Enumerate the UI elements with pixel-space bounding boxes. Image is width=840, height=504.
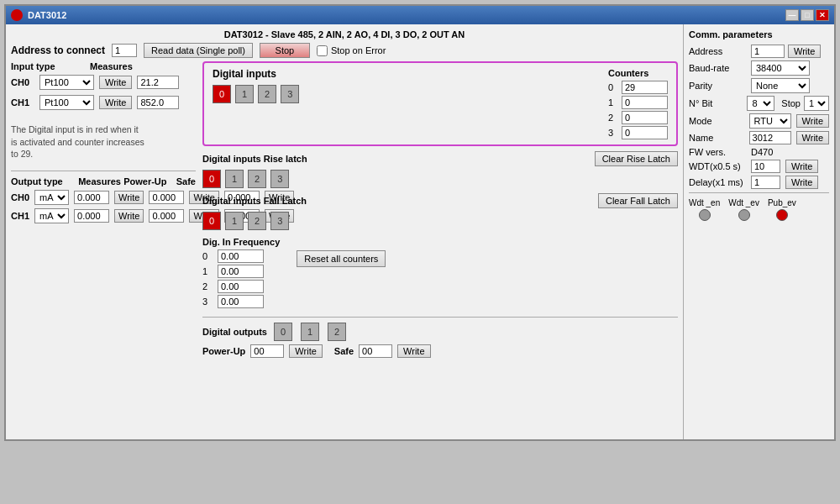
freq-3-value[interactable] xyxy=(218,295,264,308)
digital-input-btn-3[interactable]: 3 xyxy=(281,85,299,103)
output-ch1-powerup[interactable] xyxy=(149,209,184,223)
output-ch0-measure[interactable] xyxy=(74,191,109,204)
input-ch0-write-button[interactable]: Write xyxy=(99,76,132,89)
reset-all-counters-button[interactable]: Reset all counters xyxy=(297,250,386,267)
counter-3-value[interactable] xyxy=(622,126,668,139)
stop-on-error-label: Stop on Error xyxy=(331,45,386,55)
output-type-header: Output type xyxy=(11,176,75,186)
stop-on-error-checkbox[interactable] xyxy=(317,45,328,56)
output-ch1-type-select[interactable]: mAV xyxy=(34,208,69,223)
counter-2-row: 2 xyxy=(608,111,668,124)
wdt-ev-led xyxy=(738,209,750,221)
outputs-safe-value[interactable] xyxy=(359,344,392,358)
output-ch0-measure-write[interactable]: Write xyxy=(114,191,144,204)
fall-btn-0[interactable]: 0 xyxy=(202,212,221,230)
comm-parity-label: Parity xyxy=(689,81,748,91)
freq-section: Dig. In Frequency 0 1 2 xyxy=(202,237,280,308)
comm-address-label: Address xyxy=(689,46,748,56)
input-ch1-write-button[interactable]: Write xyxy=(99,96,132,109)
output-ch0-type-select[interactable]: mAV xyxy=(34,190,69,205)
comm-delay-input[interactable] xyxy=(751,176,780,189)
freq-2-value[interactable] xyxy=(218,280,264,293)
freq-0-value[interactable] xyxy=(218,249,264,263)
freq-header: Dig. In Frequency xyxy=(202,237,280,247)
comm-mode-write[interactable]: Write xyxy=(796,114,829,128)
comm-address-write[interactable]: Write xyxy=(788,45,821,58)
input-ch0-type-select[interactable]: Pt100 Pt1000 mA xyxy=(39,75,94,90)
output-powerup-header: Power-Up xyxy=(123,176,173,186)
counter-2-index: 2 xyxy=(608,113,618,123)
counter-0-value[interactable] xyxy=(622,81,668,94)
digital-input-btn-1[interactable]: 1 xyxy=(235,85,254,103)
comm-fwvers-label: FW vers. xyxy=(689,147,748,157)
address-label: Address to connect xyxy=(11,45,105,56)
rise-latch-header: Digital inputs Rise latch xyxy=(202,154,307,164)
comm-baudrate-select[interactable]: 9600192003840057600115200 xyxy=(751,60,810,76)
freq-1-index: 1 xyxy=(202,266,214,276)
counter-2-value[interactable] xyxy=(622,111,668,124)
output-ch1-measure[interactable] xyxy=(74,209,109,223)
clear-rise-latch-button[interactable]: Clear Rise Latch xyxy=(595,151,678,166)
digital-input-btn-0[interactable]: 0 xyxy=(213,85,231,103)
digital-input-btn-2[interactable]: 2 xyxy=(258,85,276,103)
comm-name-write[interactable]: Write xyxy=(796,131,829,144)
wdt-ev-item: Wdt _ev xyxy=(728,198,759,221)
wdt-ev-label: Wdt _ev xyxy=(728,198,759,207)
outputs-powerup-safe-row: Power-Up Write Safe Write xyxy=(202,344,678,358)
digital-output-btn-1[interactable]: 1 xyxy=(301,323,319,341)
address-row: Address to connect Read data (Single pol… xyxy=(11,43,678,58)
comm-name-input[interactable] xyxy=(749,131,791,144)
freq-1-value[interactable] xyxy=(218,265,264,278)
input-ch0-row: CH0 Pt100 Pt1000 mA Write xyxy=(11,75,196,90)
fall-latch-buttons: 0 1 2 3 xyxy=(202,212,678,230)
fall-latch-section: Digital inputs Fall Latch Clear Fall Lat… xyxy=(202,193,678,230)
comm-delay-write[interactable]: Write xyxy=(785,176,818,189)
comm-wdt-label: WDT(x0.5 s) xyxy=(689,161,748,171)
comm-delay-row: Delay(x1 ms) Write xyxy=(689,176,829,189)
clear-fall-latch-button[interactable]: Clear Fall Latch xyxy=(598,193,678,208)
counter-1-value[interactable] xyxy=(622,96,668,109)
address-input[interactable] xyxy=(112,44,137,57)
rise-btn-3[interactable]: 3 xyxy=(270,170,289,188)
comm-wdt-write[interactable]: Write xyxy=(785,160,818,173)
comm-nbit-select[interactable]: 78 xyxy=(747,96,774,111)
rise-btn-1[interactable]: 1 xyxy=(225,170,244,188)
maximize-button[interactable]: □ xyxy=(801,9,814,21)
rise-latch-row: Digital inputs Rise latch Clear Rise Lat… xyxy=(202,151,678,166)
comm-stop-select[interactable]: 12 xyxy=(804,96,829,111)
comm-mode-select[interactable]: RTUASCII xyxy=(749,113,791,129)
fall-btn-2[interactable]: 2 xyxy=(248,212,266,230)
wdt-en-led xyxy=(699,209,711,221)
freq-2-index: 2 xyxy=(202,281,214,291)
counter-1-index: 1 xyxy=(608,97,618,108)
comm-wdt-input[interactable] xyxy=(751,160,780,173)
close-button[interactable]: ✕ xyxy=(816,9,829,21)
digital-output-btn-2[interactable]: 2 xyxy=(328,323,346,341)
output-ch1-measure-write[interactable]: Write xyxy=(114,209,144,223)
outputs-safe-write-button[interactable]: Write xyxy=(397,344,430,358)
stop-button[interactable]: Stop xyxy=(260,43,310,58)
minimize-button[interactable]: — xyxy=(785,9,799,21)
fall-btn-1[interactable]: 1 xyxy=(225,212,244,230)
comm-fwvers-row: FW vers. D470 xyxy=(689,147,829,157)
input-ch1-row: CH1 Pt100 Pt1000 mA Write xyxy=(11,95,196,110)
counter-3-index: 3 xyxy=(608,128,618,138)
input-ch1-type-select[interactable]: Pt100 Pt1000 mA xyxy=(39,95,94,110)
fall-btn-3[interactable]: 3 xyxy=(270,212,289,230)
read-data-button[interactable]: Read data (Single poll) xyxy=(144,43,253,58)
rise-btn-2[interactable]: 2 xyxy=(248,170,266,188)
digital-output-btn-0[interactable]: 0 xyxy=(274,323,292,341)
input-ch1-measure[interactable] xyxy=(137,96,179,109)
outputs-safe-label: Safe xyxy=(334,346,354,356)
outputs-powerup-write-button[interactable]: Write xyxy=(289,344,322,358)
comm-nbit-label: N° Bit xyxy=(689,98,743,108)
comm-parity-select[interactable]: NoneEvenOdd xyxy=(751,78,810,93)
rise-btn-0[interactable]: 0 xyxy=(202,170,221,188)
outputs-powerup-value[interactable] xyxy=(250,344,284,358)
comm-address-input[interactable] xyxy=(751,45,785,58)
pub-ev-label: Pub_ev xyxy=(768,198,796,207)
reset-section: Reset all counters xyxy=(297,237,386,308)
input-ch0-measure[interactable] xyxy=(137,76,179,89)
output-ch0-powerup[interactable] xyxy=(149,191,184,204)
output-ch0-label: CH0 xyxy=(11,192,29,202)
